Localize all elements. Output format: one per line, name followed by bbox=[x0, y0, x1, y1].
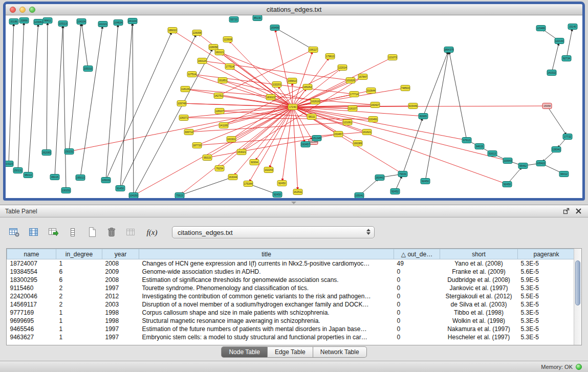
graph-node[interactable]: 163301 bbox=[227, 137, 236, 142]
table-selector-dropdown[interactable]: citations_edges.txt bbox=[172, 226, 375, 238]
graph-node[interactable]: 99315 bbox=[203, 155, 212, 161]
column-chooser-icon[interactable] bbox=[27, 226, 41, 239]
graph-node[interactable]: 95462 bbox=[518, 163, 528, 169]
network-canvas[interactable]: 1724022805816012412751411812910974810637… bbox=[6, 15, 582, 198]
graph-node[interactable]: 162616 bbox=[311, 99, 320, 104]
graph-node[interactable]: 191851 bbox=[218, 78, 227, 83]
graph-node[interactable]: 160121 bbox=[215, 50, 224, 55]
graph-node[interactable]: 915449 bbox=[408, 103, 418, 109]
graph-node[interactable]: 166389 bbox=[353, 141, 362, 146]
graph-node[interactable]: 100643 bbox=[503, 158, 512, 164]
scrollbar-thumb[interactable] bbox=[575, 260, 580, 305]
graph-node[interactable]: 310644 bbox=[366, 88, 376, 94]
table-row[interactable]: 1456911722003Disruption of a novel membe… bbox=[7, 300, 575, 309]
graph-node[interactable]: 127514 bbox=[187, 72, 197, 77]
table-row[interactable]: 911546021997Tourette syndrome. Phenomeno… bbox=[7, 284, 575, 292]
table-row[interactable]: 1830029562008Estimation of significance … bbox=[7, 276, 575, 284]
graph-node[interactable]: 92734 bbox=[562, 56, 571, 61]
graph-node[interactable]: 128341 bbox=[552, 147, 561, 152]
graph-node[interactable]: 80965 bbox=[419, 114, 428, 119]
graph-node[interactable]: 17240 bbox=[288, 104, 297, 110]
graph-node[interactable]: 102243 bbox=[264, 167, 273, 173]
graph-node[interactable]: 92452 bbox=[390, 189, 400, 194]
function-builder-button[interactable]: f(x) bbox=[143, 226, 161, 239]
network-graph[interactable]: 1724022805816012412751411812910974810637… bbox=[6, 15, 582, 198]
graph-node[interactable]: 205310 bbox=[83, 66, 93, 72]
graph-node[interactable]: 121073 bbox=[388, 55, 397, 60]
close-window-button[interactable] bbox=[10, 7, 16, 13]
graph-node[interactable]: 262065 bbox=[42, 150, 51, 156]
column-header-short[interactable]: short bbox=[440, 249, 518, 259]
graph-node[interactable]: 122608 bbox=[223, 37, 232, 42]
graph-node[interactable]: 162511 bbox=[293, 189, 302, 195]
graph-node[interactable]: 101626 bbox=[346, 78, 355, 83]
graph-node[interactable]: 177714 bbox=[350, 92, 359, 97]
graph-node[interactable]: 75923 bbox=[175, 193, 184, 199]
graph-node[interactable]: 141195 bbox=[219, 123, 228, 128]
graph-node[interactable]: 98411 bbox=[43, 18, 52, 24]
graph-node[interactable]: 118129 bbox=[181, 86, 190, 92]
table-row[interactable]: 1872400712008Changes of HCN gene express… bbox=[7, 259, 575, 268]
graph-node[interactable]: 96412 bbox=[559, 171, 569, 177]
graph-node[interactable]: 186022 bbox=[168, 28, 177, 33]
column-header-year[interactable]: year bbox=[102, 249, 139, 259]
graph-node[interactable]: 163044 bbox=[228, 174, 237, 180]
import-table-icon[interactable] bbox=[46, 226, 60, 239]
graph-node[interactable]: 55723 bbox=[229, 17, 238, 23]
close-panel-icon[interactable] bbox=[574, 207, 583, 215]
graph-node[interactable]: 76254 bbox=[215, 166, 224, 171]
table-settings-icon[interactable] bbox=[7, 226, 21, 239]
graph-node[interactable]: 141021 bbox=[98, 21, 107, 27]
graph-node[interactable]: 226058 bbox=[192, 30, 202, 36]
zoom-window-button[interactable] bbox=[29, 7, 35, 13]
graph-node[interactable]: 165262 bbox=[303, 84, 312, 90]
graph-node[interactable]: 90994 bbox=[250, 160, 259, 165]
graph-node[interactable]: 193457 bbox=[301, 142, 310, 147]
graph-node[interactable]: 167847 bbox=[358, 74, 367, 80]
graph-node[interactable]: 179613 bbox=[325, 54, 335, 59]
graph-node[interactable]: 153457 bbox=[334, 132, 343, 137]
graph-node[interactable]: 128107 bbox=[215, 108, 224, 114]
graph-node[interactable]: 195013 bbox=[76, 175, 85, 181]
graph-node[interactable]: 95015 bbox=[50, 174, 59, 180]
graph-node[interactable]: 196117 bbox=[309, 47, 318, 53]
graph-node[interactable]: 142751 bbox=[214, 93, 223, 99]
graph-node[interactable]: 104104 bbox=[77, 19, 86, 25]
graph-node[interactable]: 187733 bbox=[192, 143, 202, 148]
graph-node[interactable]: 141532 bbox=[547, 70, 556, 76]
graph-node[interactable]: 122130 bbox=[555, 38, 564, 44]
graph-node[interactable]: 160124 bbox=[198, 58, 207, 64]
table-row[interactable]: 946362711997Embryonic stem cells: a mode… bbox=[7, 333, 575, 341]
graph-node[interactable]: 91613 bbox=[488, 151, 497, 157]
graph-node[interactable]: 228058 bbox=[209, 45, 218, 50]
table-row[interactable]: 2242004622012Investigating the contribut… bbox=[7, 292, 575, 300]
graph-node[interactable]: 306712 bbox=[184, 129, 193, 135]
graph-node[interactable]: 115480 bbox=[536, 26, 546, 31]
graph-node[interactable]: 15140 bbox=[568, 24, 577, 30]
graph-node[interactable]: 169496 bbox=[270, 25, 279, 31]
tab-edge-table[interactable]: Edge Table bbox=[268, 346, 313, 358]
tab-node-table[interactable]: Node Table bbox=[221, 346, 268, 358]
window-titlebar[interactable]: citations_edges.txt bbox=[6, 4, 582, 15]
graph-node[interactable]: 160441 bbox=[375, 175, 384, 181]
graph-node[interactable]: 92450 bbox=[503, 182, 512, 187]
graph-node[interactable]: 122014 bbox=[338, 65, 347, 71]
graph-node[interactable]: 241104 bbox=[128, 18, 137, 24]
graph-node[interactable]: 17732 bbox=[563, 134, 572, 140]
graph-node[interactable]: 150131 bbox=[13, 168, 23, 173]
graph-node[interactable]: 1864379 bbox=[444, 47, 454, 53]
graph-node[interactable]: 161621 bbox=[362, 129, 372, 135]
column-header-name[interactable]: name bbox=[7, 249, 56, 259]
graph-node[interactable]: 109748 bbox=[177, 101, 186, 106]
graph-node[interactable]: 153021 bbox=[237, 149, 246, 155]
graph-node[interactable]: 104634 bbox=[114, 20, 123, 26]
graph-node[interactable]: 67913 bbox=[462, 138, 471, 143]
graph-node[interactable]: 175344 bbox=[244, 181, 253, 187]
graph-node[interactable]: 160427 bbox=[371, 102, 380, 108]
new-document-icon[interactable] bbox=[85, 226, 99, 239]
graph-node[interactable]: 91450 bbox=[116, 186, 125, 191]
table-row[interactable]: 946554611997Estimation of the future num… bbox=[7, 325, 575, 333]
delete-table-icon[interactable] bbox=[104, 226, 119, 239]
graph-node[interactable]: 130151 bbox=[61, 188, 71, 193]
table-row[interactable]: 1938455462009Genome-wide association stu… bbox=[7, 268, 575, 276]
